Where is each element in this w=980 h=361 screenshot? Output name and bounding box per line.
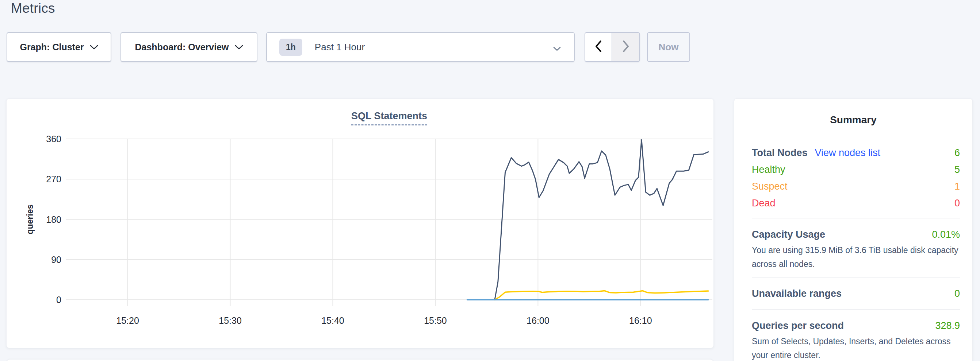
svg-text:15:20: 15:20 — [116, 315, 139, 326]
healthy-value: 5 — [955, 162, 960, 177]
queries-yellow-series — [495, 291, 708, 300]
time-range-picker[interactable]: 1h Past 1 Hour — [266, 32, 575, 62]
svg-text:15:40: 15:40 — [321, 315, 344, 326]
sql-statements-chart[interactable]: 09018027036015:2015:3015:4015:5016:0016:… — [6, 99, 714, 348]
sql-statements-card: SQL Statements 09018027036015:2015:3015:… — [6, 98, 714, 348]
dead-value: 0 — [955, 196, 960, 211]
graph-dropdown-label: Graph: Cluster — [20, 42, 84, 52]
suspect-label: Suspect — [752, 179, 788, 194]
suspect-value: 1 — [955, 179, 960, 194]
summary-row-capacity: Capacity Usage 0.01% — [752, 227, 960, 242]
now-button-label: Now — [659, 41, 679, 53]
dashboard-dropdown-label: Dashboard: Overview — [135, 42, 229, 52]
graph-dropdown[interactable]: Graph: Cluster — [6, 32, 111, 62]
total-nodes-value: 6 — [955, 146, 960, 160]
summary-row-dead: Dead 0 — [752, 196, 960, 211]
next-chart-card-edge — [6, 359, 714, 361]
divider — [752, 277, 960, 277]
next-time-button[interactable] — [612, 33, 640, 61]
queries-per-second-value: 328.9 — [935, 318, 960, 333]
svg-text:180: 180 — [46, 214, 61, 225]
chevron-down-icon — [553, 46, 561, 52]
queries-per-second-description: Sum of Selects, Updates, Inserts, and De… — [752, 334, 960, 361]
svg-text:360: 360 — [46, 134, 61, 144]
svg-text:16:10: 16:10 — [629, 315, 652, 326]
chevron-left-icon — [595, 40, 602, 54]
divider — [752, 218, 960, 218]
svg-text:queries: queries — [25, 204, 35, 234]
summary-row-queries-per-second: Queries per second 328.9 — [752, 318, 960, 333]
unavailable-ranges-label: Unavailable ranges — [752, 286, 842, 301]
metrics-page: { "page": { "title": "Metrics" }, "contr… — [0, 0, 980, 361]
summary-panel: Summary Total Nodes View nodes list 6 He… — [734, 98, 973, 361]
svg-text:90: 90 — [51, 255, 61, 265]
time-step-buttons — [585, 32, 640, 62]
summary-heading: Summary — [734, 114, 972, 126]
summary-row-suspect: Suspect 1 — [752, 179, 960, 194]
queries-per-second-label: Queries per second — [752, 318, 844, 333]
chart-title[interactable]: SQL Statements — [351, 111, 427, 125]
prev-time-button[interactable] — [585, 33, 612, 61]
svg-text:16:00: 16:00 — [527, 315, 549, 326]
chevron-down-icon — [235, 45, 243, 50]
capacity-usage-description: You are using 315.9 MiB of 3.6 TiB usabl… — [752, 243, 960, 271]
summary-row-healthy: Healthy 5 — [752, 162, 960, 177]
chevron-right-icon — [622, 40, 630, 54]
view-nodes-list-link[interactable]: View nodes list — [815, 146, 881, 160]
total-nodes-label: Total Nodes — [752, 146, 808, 160]
svg-text:270: 270 — [46, 174, 61, 184]
divider — [752, 309, 960, 310]
svg-text:0: 0 — [56, 294, 61, 305]
now-button[interactable]: Now — [647, 32, 690, 62]
svg-text:15:50: 15:50 — [424, 315, 447, 326]
dashboard-dropdown[interactable]: Dashboard: Overview — [121, 32, 258, 62]
svg-text:15:30: 15:30 — [219, 315, 242, 326]
dead-label: Dead — [752, 196, 776, 211]
summary-row-unavailable-ranges: Unavailable ranges 0 — [752, 286, 960, 301]
page-title: Metrics — [11, 1, 55, 16]
capacity-usage-value: 0.01% — [932, 227, 960, 242]
time-window-badge: 1h — [279, 39, 302, 56]
chart-title-wrap: SQL Statements — [66, 111, 712, 125]
chevron-down-icon — [90, 45, 98, 50]
unavailable-ranges-value: 0 — [955, 286, 960, 301]
capacity-usage-label: Capacity Usage — [752, 227, 825, 242]
summary-row-total-nodes: Total Nodes View nodes list 6 — [752, 146, 960, 160]
time-window-label: Past 1 Hour — [315, 41, 365, 53]
healthy-label: Healthy — [752, 162, 785, 177]
